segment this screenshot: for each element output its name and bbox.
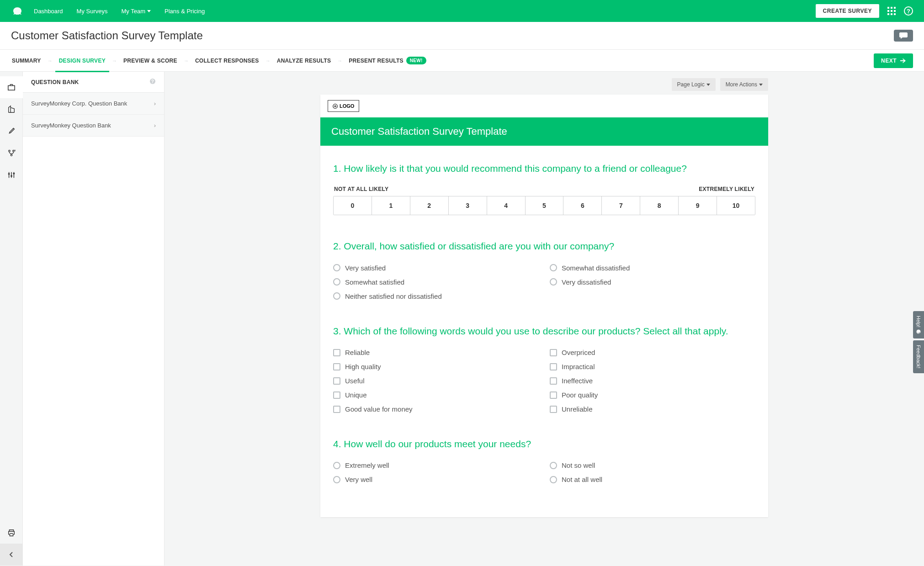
nav-my-surveys[interactable]: My Surveys bbox=[77, 8, 108, 15]
option-row[interactable]: Neither satisfied nor dissatisfied bbox=[333, 292, 539, 300]
nps-cell-0[interactable]: 0 bbox=[334, 196, 372, 215]
rail-print[interactable] bbox=[0, 522, 23, 544]
radio-input[interactable] bbox=[333, 264, 340, 271]
option-row[interactable]: Reliable bbox=[333, 349, 539, 356]
option-row[interactable]: Very dissatisfied bbox=[550, 278, 755, 286]
checkbox-input[interactable] bbox=[333, 363, 340, 370]
question-title[interactable]: 4. How well do our products meet your ne… bbox=[333, 438, 755, 450]
svg-text:?: ? bbox=[907, 8, 910, 15]
add-logo-button[interactable]: LOGO bbox=[328, 100, 359, 112]
checkbox-input[interactable] bbox=[333, 349, 340, 356]
svg-rect-16 bbox=[13, 173, 15, 175]
page-logic-button[interactable]: Page Logic bbox=[672, 78, 716, 91]
canvas-area[interactable]: Page Logic More Actions LOGO Customer Sa… bbox=[165, 72, 924, 566]
option-row[interactable]: Extremely well bbox=[333, 461, 539, 469]
option-row[interactable]: Not at all well bbox=[550, 476, 755, 483]
nav-dashboard[interactable]: Dashboard bbox=[34, 8, 63, 15]
rail-builder[interactable] bbox=[0, 98, 23, 120]
option-row[interactable]: Unreliable bbox=[550, 405, 755, 413]
option-row[interactable]: Somewhat satisfied bbox=[333, 278, 539, 286]
checkbox-input[interactable] bbox=[333, 391, 340, 399]
checkbox-input[interactable] bbox=[333, 377, 340, 385]
survey-card: LOGO Customer Satisfaction Survey Templa… bbox=[320, 95, 768, 517]
option-row[interactable]: Unique bbox=[333, 391, 539, 399]
step-design-survey[interactable]: DESIGN SURVEY bbox=[58, 50, 106, 72]
svg-rect-4 bbox=[891, 10, 892, 12]
top-nav: Dashboard My Surveys My Team Plans & Pri… bbox=[0, 0, 924, 22]
next-button[interactable]: NEXT bbox=[874, 53, 913, 68]
nav-my-team-label: My Team bbox=[122, 8, 146, 15]
checkbox-input[interactable] bbox=[550, 363, 557, 370]
radio-input[interactable] bbox=[550, 264, 557, 271]
panel-row-sm[interactable]: SurveyMonkey Question Bank › bbox=[23, 115, 164, 137]
rail-options[interactable] bbox=[0, 164, 23, 186]
nps-cell-6[interactable]: 6 bbox=[563, 196, 602, 215]
step-analyze-results[interactable]: ANALYZE RESULTS bbox=[276, 50, 332, 72]
step-collect-responses[interactable]: COLLECT RESPONSES bbox=[194, 50, 260, 72]
panel-title: QUESTION BANK bbox=[31, 79, 79, 85]
radio-input[interactable] bbox=[550, 278, 557, 286]
panel-row-corp[interactable]: SurveyMonkey Corp. Question Bank › bbox=[23, 93, 164, 115]
nps-cell-7[interactable]: 7 bbox=[602, 196, 640, 215]
option-row[interactable]: Useful bbox=[333, 377, 539, 385]
checkbox-input[interactable] bbox=[333, 406, 340, 413]
radio-input[interactable] bbox=[333, 476, 340, 483]
comments-button[interactable] bbox=[894, 30, 913, 42]
radio-input[interactable] bbox=[550, 462, 557, 469]
option-row[interactable]: High quality bbox=[333, 363, 539, 370]
nps-cell-2[interactable]: 2 bbox=[410, 196, 449, 215]
option-row[interactable]: Somewhat dissatisfied bbox=[550, 264, 755, 272]
nps-cell-5[interactable]: 5 bbox=[526, 196, 564, 215]
help-tab[interactable]: Help! ? bbox=[913, 311, 924, 339]
nav-my-team[interactable]: My Team bbox=[122, 8, 151, 15]
rail-logic[interactable] bbox=[0, 142, 23, 164]
nps-cell-4[interactable]: 4 bbox=[487, 196, 526, 215]
option-row[interactable]: Good value for money bbox=[333, 405, 539, 413]
question-title[interactable]: 2. Overall, how satisfied or dissatisfie… bbox=[333, 240, 755, 253]
option-label: High quality bbox=[345, 363, 381, 370]
option-row[interactable]: Very satisfied bbox=[333, 264, 539, 272]
option-column: ReliableHigh qualityUsefulUniqueGood val… bbox=[333, 349, 539, 413]
option-row[interactable]: Poor quality bbox=[550, 391, 755, 399]
radio-input[interactable] bbox=[333, 462, 340, 469]
checkbox-input[interactable] bbox=[550, 406, 557, 413]
nps-cell-8[interactable]: 8 bbox=[640, 196, 679, 215]
step-present-results[interactable]: PRESENT RESULTS NEW! bbox=[348, 50, 427, 72]
nps-cell-10[interactable]: 10 bbox=[717, 196, 755, 215]
rail-style[interactable] bbox=[0, 120, 23, 142]
panel-help-icon[interactable]: ? bbox=[149, 78, 156, 86]
option-row[interactable]: Not so well bbox=[550, 461, 755, 469]
survey-title[interactable]: Customer Satisfaction Survey Template bbox=[320, 117, 768, 146]
apps-grid-button[interactable] bbox=[887, 7, 896, 15]
more-actions-button[interactable]: More Actions bbox=[720, 78, 768, 91]
checkbox-input[interactable] bbox=[550, 349, 557, 356]
logo[interactable] bbox=[11, 6, 24, 16]
rail-question-bank[interactable] bbox=[0, 76, 23, 98]
nps-cell-1[interactable]: 1 bbox=[372, 196, 410, 215]
create-survey-button[interactable]: CREATE SURVEY bbox=[816, 4, 879, 18]
question-title[interactable]: 3. Which of the following words would yo… bbox=[333, 325, 755, 338]
nps-cell-9[interactable]: 9 bbox=[679, 196, 717, 215]
feedback-tab[interactable]: Feedback! bbox=[913, 340, 924, 373]
rail-collapse[interactable] bbox=[0, 544, 23, 566]
step-preview-score[interactable]: PREVIEW & SCORE bbox=[122, 50, 178, 72]
svg-rect-1 bbox=[891, 7, 892, 9]
nav-plans-pricing[interactable]: Plans & Pricing bbox=[165, 8, 205, 15]
nps-cell-3[interactable]: 3 bbox=[449, 196, 487, 215]
checkbox-input[interactable] bbox=[550, 377, 557, 385]
option-row[interactable]: Overpriced bbox=[550, 349, 755, 356]
radio-input[interactable] bbox=[550, 476, 557, 483]
option-row[interactable]: Ineffective bbox=[550, 377, 755, 385]
step-summary[interactable]: SUMMARY bbox=[11, 50, 42, 72]
option-row[interactable]: Impractical bbox=[550, 363, 755, 370]
option-label: Very dissatisfied bbox=[562, 278, 611, 286]
question-title[interactable]: 1. How likely is it that you would recom… bbox=[333, 162, 755, 175]
radio-input[interactable] bbox=[333, 278, 340, 286]
building-icon bbox=[7, 105, 16, 113]
option-row[interactable]: Very well bbox=[333, 476, 539, 483]
radio-input[interactable] bbox=[333, 292, 340, 300]
step-arrow-icon: → bbox=[184, 58, 189, 63]
help-button[interactable]: ? bbox=[904, 6, 913, 16]
page-actions: Page Logic More Actions bbox=[320, 72, 768, 95]
checkbox-input[interactable] bbox=[550, 391, 557, 399]
